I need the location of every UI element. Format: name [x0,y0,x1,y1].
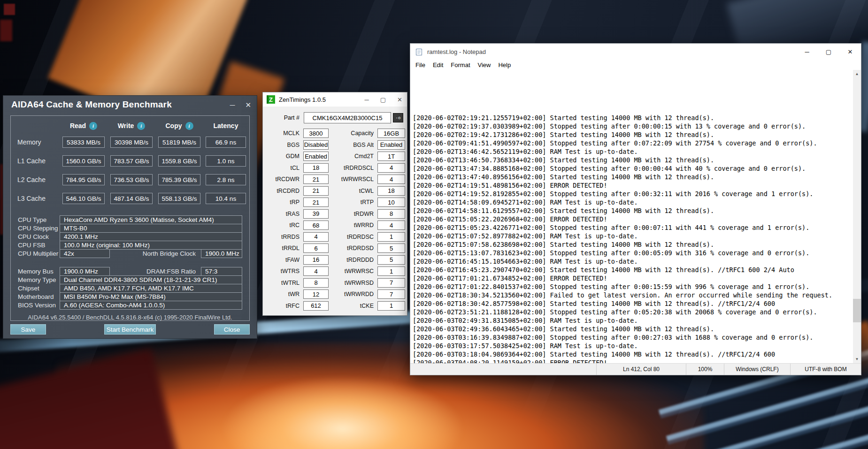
info-icon[interactable]: i [89,122,97,130]
menu-item[interactable]: Edit [429,61,447,68]
timing-value-field[interactable]: 4 [377,175,405,184]
benchmark-row: L2 Cache 784.95 GB/s 736.53 GB/s 785.39 … [11,170,249,189]
config-label: BGS Alt [332,142,374,148]
info-row-label: Chipset [18,284,60,293]
info-icon[interactable]: i [185,122,193,130]
close-button[interactable]: Close [214,324,250,335]
config-label: BGS [263,142,300,148]
log-line: [2020-06-03T03:16:39.8349887+02:00] Stop… [413,333,853,342]
log-line: [2020-06-02T13:47:40.8956156+02:00] Star… [413,173,853,181]
log-line: [2020-06-02T16:45:23.2907470+02:00] Star… [413,266,853,274]
close-icon[interactable]: ✕ [839,44,861,60]
log-line: [2020-06-02T14:19:52.8192855+02:00] Stop… [413,190,853,198]
scroll-up-icon[interactable]: ▲ [853,70,861,78]
screenshot-icon-button[interactable]: -o [393,113,403,122]
benchmark-row-label: L1 Cache [11,157,60,165]
aida64-button-bar: Save Start Benchmark Close [10,324,250,335]
config-value-field[interactable]: Enabled [377,140,405,150]
timing-row: tCL 18 tRDRDSCL 4 [263,162,407,174]
menu-item[interactable]: Help [494,61,515,68]
memory-info-row: Motherboard MSI B450M Pro-M2 Max (MS-7B8… [18,292,242,301]
menu-item[interactable]: File [412,61,429,68]
timing-label: tRAS [263,211,300,217]
timing-value-field[interactable]: 4 [377,221,405,230]
timing-value-field[interactable]: 4 [303,266,329,276]
timing-value-field[interactable]: 4 [377,163,405,173]
config-value-field[interactable]: Enabled [303,152,329,161]
start-benchmark-button[interactable]: Start Benchmark [104,324,156,335]
log-line: [2020-06-02T15:13:07.7831623+02:00] Stop… [413,249,853,257]
timing-value-field[interactable]: 1 [377,232,405,242]
menu-items: FileEditFormatViewHelp [412,61,515,68]
memory-info-row: Chipset AMD B450, AMD K17.7 FCH, AMD K17… [18,284,242,293]
timing-value-field[interactable]: 1 [377,301,405,311]
notepad-status-bar: Ln 412, Col 80 100% Windows (CRLF) UTF-8… [410,363,861,375]
maximize-icon[interactable]: ▢ [818,44,839,60]
timing-value-field[interactable]: 8 [377,209,405,219]
timing-value-field[interactable]: 5 [377,255,405,265]
close-icon[interactable]: ✕ [397,96,402,103]
info-icon[interactable]: i [137,122,145,130]
info-row-label: CPU Multiplier [18,249,60,258]
part-number-field[interactable]: CMK16GX4M2B3000C15 [304,112,391,123]
config-value-field[interactable]: 3800 [303,129,329,138]
close-icon[interactable]: ✕ [245,101,251,108]
info-row-value: MTS-B0 [60,224,242,233]
vertical-scrollbar[interactable]: ▲ ▼ [853,70,861,363]
zentimings-titlebar[interactable]: Z ZenTimings 1.0.5 ─ ▢ ✕ [263,92,407,107]
scrollbar-thumb[interactable] [853,299,861,322]
notepad-caption-buttons: ─ ▢ ✕ [796,44,861,60]
timing-value-field[interactable]: 7 [377,278,405,288]
log-text-area[interactable]: [2020-06-02T02:19:21.1255719+02:00] Star… [410,70,853,363]
config-value-field[interactable]: Disabled [303,140,329,150]
benchmark-rows: Memory 53833 MB/s 30398 MB/s 51819 MB/s … [11,133,249,208]
timing-label: tRDRDDD [332,257,374,263]
log-line: [2020-06-02T14:58:09.6945271+02:00] RAM … [413,198,853,206]
timing-value-field[interactable]: 1 [377,266,405,276]
maximize-icon[interactable]: ▢ [380,96,386,103]
log-line: [2020-06-02T13:46:50.7368334+02:00] Star… [413,156,853,164]
info-row-label: CPU Clock [18,232,60,241]
timing-value-field[interactable]: 6 [303,244,329,253]
config-row: MCLK 3800 Capacity 16GB [263,128,407,139]
timing-label: tCWL [332,188,374,194]
timing-value-field[interactable]: 16 [303,255,329,265]
info-row-label: CPU Type [18,215,60,224]
timing-row: tWR 12 tWRWRDD 7 [263,289,407,300]
timing-label: tRFC [263,303,300,309]
timing-value-field[interactable]: 10 [377,198,405,207]
timing-label: tRRDS [263,234,300,240]
aida64-titlebar[interactable]: AIDA64 Cache & Memory Benchmark ─ ✕ [3,96,257,114]
config-value-field[interactable]: 16GB [377,129,405,138]
memory-info-block: Memory Bus 1900.0 MHz DRAM:FSB Ratio 57:… [18,267,242,310]
timing-value-field[interactable]: 21 [303,175,329,184]
zentimings-window-title: ZenTimings 1.0.5 [279,96,326,103]
timing-value-field[interactable]: 21 [303,198,329,207]
timing-value-field[interactable]: 8 [303,278,329,288]
timing-value-field[interactable]: 39 [303,209,329,219]
minimize-icon[interactable]: ─ [796,44,818,60]
benchmark-header-row: Read i Write i Copy i Latency [11,119,249,133]
scroll-down-icon[interactable]: ▼ [853,355,861,363]
timing-value-field[interactable]: 12 [303,289,329,299]
aida64-benchmark-groupbox: Read i Write i Copy i Latency Memory 538… [10,115,250,321]
log-line: [2020-06-03T02:49:36.6043465+02:00] Star… [413,325,853,333]
timing-row: tWTRS 4 tWRWRSC 1 [263,266,407,277]
menu-item[interactable]: Format [447,61,474,68]
timing-value-field[interactable]: 68 [303,221,329,230]
log-line: [2020-06-03T03:18:04.9869364+02:00] Star… [413,350,853,358]
notepad-titlebar[interactable]: ramtest.log - Notepad ─ ▢ ✕ [410,44,861,60]
config-value-field[interactable]: 1T [377,152,405,161]
minimize-icon[interactable]: ─ [230,101,235,108]
timing-value-field[interactable]: 21 [303,186,329,196]
menu-item[interactable]: View [474,61,495,68]
timing-value-field[interactable]: 612 [303,301,329,311]
timing-value-field[interactable]: 7 [377,289,405,299]
timing-value-field[interactable]: 4 [303,232,329,242]
minimize-icon[interactable]: ─ [365,96,369,103]
timing-value-field[interactable]: 18 [377,186,405,196]
timing-value-field[interactable]: 5 [377,244,405,253]
timing-value-field[interactable]: 18 [303,163,329,173]
notepad-window-title: ramtest.log - Notepad [427,48,486,55]
save-button[interactable]: Save [10,324,46,335]
